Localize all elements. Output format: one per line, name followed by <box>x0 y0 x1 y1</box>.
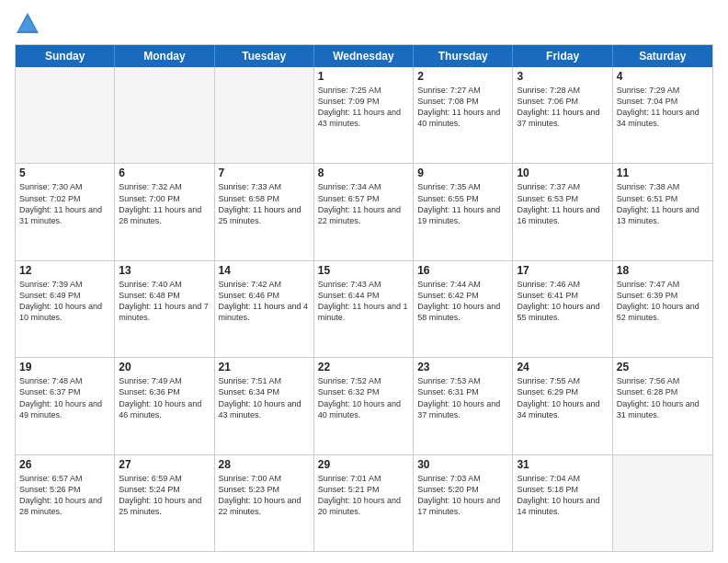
cell-detail: Sunrise: 7:46 AMSunset: 6:41 PMDaylight:… <box>517 279 608 324</box>
day-number: 18 <box>617 264 709 277</box>
day-number: 21 <box>219 361 310 373</box>
day-cell-27: 27Sunrise: 6:59 AMSunset: 5:24 PMDayligh… <box>115 455 214 551</box>
cell-detail: Sunrise: 7:00 AMSunset: 5:23 PMDaylight:… <box>219 473 310 518</box>
day-cell-28: 28Sunrise: 7:00 AMSunset: 5:23 PMDayligh… <box>215 455 314 551</box>
svg-marker-1 <box>18 17 37 31</box>
cell-detail: Sunrise: 7:37 AMSunset: 6:53 PMDaylight:… <box>517 181 608 226</box>
cell-detail: Sunrise: 7:49 AMSunset: 6:36 PMDaylight:… <box>119 375 210 420</box>
cell-detail: Sunrise: 7:56 AMSunset: 6:28 PMDaylight:… <box>617 375 709 420</box>
cell-detail: Sunrise: 7:32 AMSunset: 7:00 PMDaylight:… <box>119 181 210 226</box>
day-cell-15: 15Sunrise: 7:43 AMSunset: 6:44 PMDayligh… <box>314 261 414 357</box>
day-cell-13: 13Sunrise: 7:40 AMSunset: 6:48 PMDayligh… <box>115 261 214 357</box>
day-cell-23: 23Sunrise: 7:53 AMSunset: 6:31 PMDayligh… <box>414 358 513 454</box>
day-cell-8: 8Sunrise: 7:34 AMSunset: 6:57 PMDaylight… <box>314 164 414 259</box>
calendar-row-3: 12Sunrise: 7:39 AMSunset: 6:49 PMDayligh… <box>16 260 712 357</box>
logo-icon <box>15 11 40 37</box>
day-cell-14: 14Sunrise: 7:42 AMSunset: 6:46 PMDayligh… <box>215 261 314 357</box>
day-cell-26: 26Sunrise: 6:57 AMSunset: 5:26 PMDayligh… <box>16 455 115 551</box>
day-number: 1 <box>318 70 409 83</box>
empty-cell <box>613 455 712 551</box>
calendar-row-4: 19Sunrise: 7:48 AMSunset: 6:37 PMDayligh… <box>16 357 712 454</box>
day-number: 2 <box>417 70 508 83</box>
day-number: 20 <box>119 361 210 373</box>
cell-detail: Sunrise: 7:03 AMSunset: 5:20 PMDaylight:… <box>417 473 508 518</box>
cell-detail: Sunrise: 7:53 AMSunset: 6:31 PMDaylight:… <box>417 375 508 420</box>
day-cell-6: 6Sunrise: 7:32 AMSunset: 7:00 PMDaylight… <box>115 164 214 259</box>
day-cell-17: 17Sunrise: 7:46 AMSunset: 6:41 PMDayligh… <box>513 261 612 357</box>
day-cell-29: 29Sunrise: 7:01 AMSunset: 5:21 PMDayligh… <box>314 455 414 551</box>
day-cell-24: 24Sunrise: 7:55 AMSunset: 6:29 PMDayligh… <box>513 358 612 454</box>
day-number: 31 <box>517 458 608 471</box>
calendar-row-5: 26Sunrise: 6:57 AMSunset: 5:26 PMDayligh… <box>16 454 712 551</box>
header-cell-tuesday: Tuesday <box>215 45 314 67</box>
cell-detail: Sunrise: 7:27 AMSunset: 7:08 PMDaylight:… <box>417 85 508 130</box>
cell-detail: Sunrise: 6:59 AMSunset: 5:24 PMDaylight:… <box>119 473 210 518</box>
day-cell-12: 12Sunrise: 7:39 AMSunset: 6:49 PMDayligh… <box>16 261 115 357</box>
day-number: 14 <box>219 264 310 277</box>
header-cell-sunday: Sunday <box>16 45 115 67</box>
cell-detail: Sunrise: 7:33 AMSunset: 6:58 PMDaylight:… <box>219 181 310 226</box>
day-cell-7: 7Sunrise: 7:33 AMSunset: 6:58 PMDaylight… <box>215 164 314 259</box>
day-number: 15 <box>318 264 409 277</box>
day-cell-9: 9Sunrise: 7:35 AMSunset: 6:55 PMDaylight… <box>414 164 513 259</box>
cell-detail: Sunrise: 7:01 AMSunset: 5:21 PMDaylight:… <box>318 473 409 518</box>
day-number: 25 <box>617 361 709 373</box>
empty-cell <box>16 67 115 163</box>
day-number: 16 <box>417 264 508 277</box>
day-cell-2: 2Sunrise: 7:27 AMSunset: 7:08 PMDaylight… <box>414 67 513 163</box>
day-number: 6 <box>119 167 210 179</box>
day-number: 28 <box>219 458 310 471</box>
day-cell-10: 10Sunrise: 7:37 AMSunset: 6:53 PMDayligh… <box>513 164 612 259</box>
cell-detail: Sunrise: 7:04 AMSunset: 5:18 PMDaylight:… <box>517 473 608 518</box>
day-number: 3 <box>517 70 608 83</box>
calendar-row-1: 1Sunrise: 7:25 AMSunset: 7:09 PMDaylight… <box>16 67 712 163</box>
day-number: 13 <box>119 264 210 277</box>
day-number: 29 <box>318 458 409 471</box>
day-number: 19 <box>19 361 110 373</box>
day-cell-16: 16Sunrise: 7:44 AMSunset: 6:42 PMDayligh… <box>414 261 513 357</box>
day-number: 17 <box>517 264 608 277</box>
calendar-header-row: SundayMondayTuesdayWednesdayThursdayFrid… <box>16 45 712 67</box>
day-number: 7 <box>219 167 310 179</box>
day-cell-5: 5Sunrise: 7:30 AMSunset: 7:02 PMDaylight… <box>16 164 115 259</box>
header <box>15 11 713 37</box>
day-cell-3: 3Sunrise: 7:28 AMSunset: 7:06 PMDaylight… <box>513 67 612 163</box>
day-number: 22 <box>318 361 409 373</box>
cell-detail: Sunrise: 7:28 AMSunset: 7:06 PMDaylight:… <box>517 85 608 130</box>
cell-detail: Sunrise: 7:43 AMSunset: 6:44 PMDaylight:… <box>318 279 409 324</box>
empty-cell <box>215 67 314 163</box>
cell-detail: Sunrise: 7:47 AMSunset: 6:39 PMDaylight:… <box>617 279 709 324</box>
day-cell-25: 25Sunrise: 7:56 AMSunset: 6:28 PMDayligh… <box>613 358 712 454</box>
day-cell-1: 1Sunrise: 7:25 AMSunset: 7:09 PMDaylight… <box>314 67 414 163</box>
cell-detail: Sunrise: 6:57 AMSunset: 5:26 PMDaylight:… <box>19 473 110 518</box>
empty-cell <box>115 67 214 163</box>
day-number: 8 <box>318 167 409 179</box>
day-number: 11 <box>617 167 709 179</box>
header-cell-thursday: Thursday <box>414 45 513 67</box>
page: SundayMondayTuesdayWednesdayThursdayFrid… <box>0 0 728 563</box>
day-cell-31: 31Sunrise: 7:04 AMSunset: 5:18 PMDayligh… <box>513 455 612 551</box>
day-cell-19: 19Sunrise: 7:48 AMSunset: 6:37 PMDayligh… <box>16 358 115 454</box>
day-cell-20: 20Sunrise: 7:49 AMSunset: 6:36 PMDayligh… <box>115 358 214 454</box>
day-number: 27 <box>119 458 210 471</box>
header-cell-saturday: Saturday <box>613 45 712 67</box>
day-cell-30: 30Sunrise: 7:03 AMSunset: 5:20 PMDayligh… <box>414 455 513 551</box>
cell-detail: Sunrise: 7:25 AMSunset: 7:09 PMDaylight:… <box>318 85 409 130</box>
cell-detail: Sunrise: 7:51 AMSunset: 6:34 PMDaylight:… <box>219 375 310 420</box>
cell-detail: Sunrise: 7:34 AMSunset: 6:57 PMDaylight:… <box>318 181 409 226</box>
cell-detail: Sunrise: 7:38 AMSunset: 6:51 PMDaylight:… <box>617 181 709 226</box>
day-number: 30 <box>417 458 508 471</box>
day-number: 9 <box>417 167 508 179</box>
day-cell-18: 18Sunrise: 7:47 AMSunset: 6:39 PMDayligh… <box>613 261 712 357</box>
cell-detail: Sunrise: 7:55 AMSunset: 6:29 PMDaylight:… <box>517 375 608 420</box>
day-cell-11: 11Sunrise: 7:38 AMSunset: 6:51 PMDayligh… <box>613 164 712 259</box>
day-cell-21: 21Sunrise: 7:51 AMSunset: 6:34 PMDayligh… <box>215 358 314 454</box>
day-cell-22: 22Sunrise: 7:52 AMSunset: 6:32 PMDayligh… <box>314 358 414 454</box>
cell-detail: Sunrise: 7:48 AMSunset: 6:37 PMDaylight:… <box>19 375 110 420</box>
header-cell-friday: Friday <box>513 45 612 67</box>
cell-detail: Sunrise: 7:30 AMSunset: 7:02 PMDaylight:… <box>19 181 110 226</box>
cell-detail: Sunrise: 7:52 AMSunset: 6:32 PMDaylight:… <box>318 375 409 420</box>
day-cell-4: 4Sunrise: 7:29 AMSunset: 7:04 PMDaylight… <box>613 67 712 163</box>
cell-detail: Sunrise: 7:35 AMSunset: 6:55 PMDaylight:… <box>417 181 508 226</box>
calendar-body: 1Sunrise: 7:25 AMSunset: 7:09 PMDaylight… <box>16 67 712 551</box>
